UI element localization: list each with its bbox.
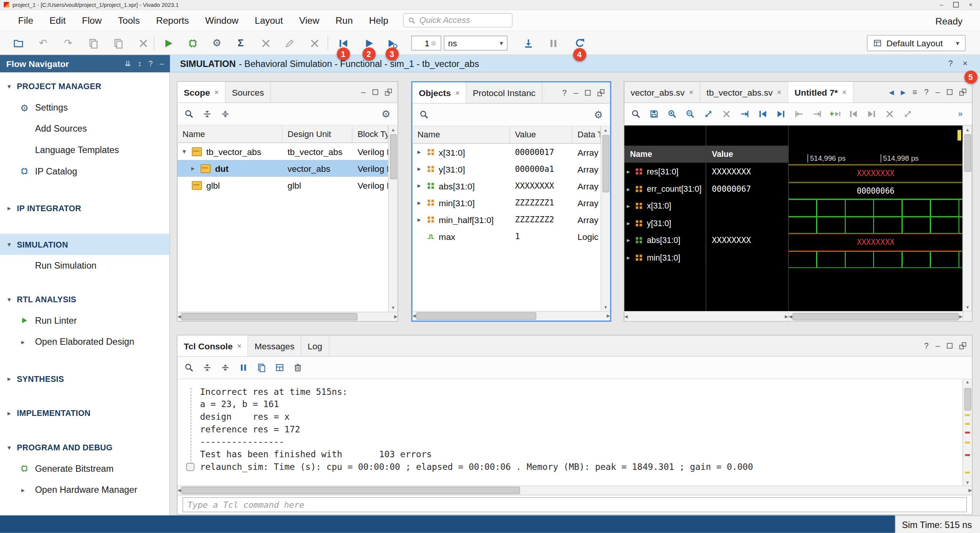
go-to-time-zero-icon[interactable]	[755, 106, 771, 122]
wave-signal-min[interactable]: ▸ min[31:0]	[624, 249, 706, 266]
time-unit-select[interactable]: ns ▾	[444, 36, 508, 51]
section-simulation[interactable]: ▾ SIMULATION	[0, 234, 169, 255]
section-project-manager[interactable]: ▾ PROJECT MANAGER	[0, 76, 169, 97]
chevron-right-icon[interactable]: ▸	[21, 337, 31, 346]
menu-window[interactable]: Window	[197, 10, 247, 31]
search-icon[interactable]	[181, 106, 198, 122]
next-marker-icon[interactable]	[863, 106, 880, 122]
chevron-right-icon[interactable]: ▸	[21, 486, 31, 494]
menu-run[interactable]: Run	[327, 10, 361, 31]
add-marker-icon[interactable]: +	[827, 106, 844, 122]
section-program-and-debug[interactable]: ▾ PROGRAM AND DEBUG	[0, 437, 169, 458]
close-icon[interactable]: ×	[455, 88, 459, 97]
section-implementation[interactable]: ▸ IMPLEMENTATION	[0, 402, 169, 424]
tab-tcl-console[interactable]: Tcl Console ×	[178, 336, 248, 356]
tab-vector-abs-sv[interactable]: vector_abs.sv ×	[624, 82, 700, 103]
scroll-right-icon[interactable]: ▶	[969, 486, 972, 494]
menu-help[interactable]: Help	[361, 10, 397, 31]
window-close-button[interactable]: ×	[969, 1, 973, 8]
wave-signal-abs[interactable]: ▸ abs[31:0]	[624, 232, 706, 249]
remove-cursor-icon[interactable]	[718, 106, 735, 122]
float-icon[interactable]	[372, 89, 378, 95]
paste-button[interactable]	[110, 35, 126, 51]
scope-row-glbl[interactable]: glbl glbl Verilog M	[178, 177, 388, 194]
scrollbar-thumb[interactable]	[181, 487, 520, 494]
save-waveform-icon[interactable]	[646, 106, 663, 122]
tab-messages[interactable]: Messages	[248, 336, 301, 356]
object-row-y[interactable]: ▸ y[31:0] 000000a1 Array	[413, 161, 601, 178]
scrollbar-thumb[interactable]	[602, 135, 609, 192]
zoom-in-icon[interactable]	[664, 106, 681, 122]
expander-icon[interactable]: ▸	[418, 148, 427, 156]
names-horizontal-scrollbar[interactable]: ◀ ▶	[624, 312, 788, 321]
copy-button[interactable]	[85, 35, 101, 51]
wave-trace-res[interactable]: XXXXXXXX	[789, 165, 962, 182]
column-block-type[interactable]: Block Typ	[353, 126, 388, 142]
menu-edit[interactable]: Edit	[41, 10, 74, 31]
minimize-icon[interactable]: –	[361, 88, 366, 97]
maximize-icon[interactable]	[598, 89, 604, 96]
sidebar-item-add-sources[interactable]: Add Sources	[0, 118, 169, 140]
scroll-left-icon[interactable]: ◀	[178, 486, 181, 494]
help-icon[interactable]: ?	[948, 59, 953, 68]
cancel-button[interactable]	[306, 35, 322, 51]
object-row-max[interactable]: max 1 Logic	[413, 228, 601, 245]
toolbar-overflow-icon[interactable]: »	[952, 106, 969, 122]
zoom-out-icon[interactable]	[682, 106, 699, 122]
previous-marker-icon[interactable]	[845, 106, 862, 122]
float-icon[interactable]	[947, 89, 952, 95]
tcl-console-output[interactable]: Incorrect res at time 515ns: a = 23, b =…	[178, 379, 972, 486]
minimize-icon[interactable]: –	[936, 341, 940, 350]
tab-scroll-right-icon[interactable]: ▶	[901, 89, 906, 96]
column-value[interactable]: Value	[510, 126, 572, 143]
close-icon[interactable]: ×	[963, 59, 967, 68]
expander-icon[interactable]: ▾	[183, 147, 192, 155]
program-device-button[interactable]	[185, 35, 201, 51]
scrollbar-thumb[interactable]	[793, 313, 959, 320]
menu-flow[interactable]: Flow	[74, 10, 110, 31]
go-to-last-time-icon[interactable]	[773, 106, 789, 122]
maximize-icon[interactable]	[959, 342, 966, 349]
quick-access-search[interactable]: Quick Access	[403, 13, 513, 28]
run-button[interactable]	[160, 35, 176, 51]
expander-icon[interactable]: ▸	[191, 164, 201, 172]
clear-icon[interactable]: ⊗	[431, 39, 436, 47]
horizontal-scrollbar[interactable]: ◀ ▶	[178, 312, 398, 321]
wave-signal-err-count[interactable]: ▸ err_count[31:0]	[624, 180, 706, 197]
next-transition-icon[interactable]	[809, 106, 826, 122]
search-icon[interactable]	[181, 360, 198, 375]
step-button[interactable]	[520, 35, 536, 51]
chevron-right-icon[interactable]: ▸	[8, 375, 17, 383]
scroll-down-icon[interactable]: ▼	[965, 303, 970, 311]
sidebar-item-open-elaborated-design[interactable]: ▸ Open Elaborated Design	[0, 331, 169, 352]
column-data-type[interactable]: Data Ty	[573, 126, 601, 143]
menu-file[interactable]: File	[10, 10, 41, 31]
scroll-left-icon[interactable]: ◀	[178, 313, 181, 321]
search-icon[interactable]	[416, 107, 433, 122]
object-row-min[interactable]: ▸ min[31:0] ZZZZZZZ1 Array	[413, 194, 601, 211]
minimize-icon[interactable]: –	[936, 88, 940, 97]
go-to-transition-icon[interactable]	[736, 106, 753, 122]
collapse-all-icon[interactable]	[199, 106, 216, 122]
column-name[interactable]: Name	[413, 126, 510, 143]
window-minimize-button[interactable]: –	[940, 1, 943, 8]
chevron-down-icon[interactable]: ▾	[8, 443, 17, 451]
column-name[interactable]: Name	[178, 126, 283, 142]
scrollbar-thumb[interactable]	[181, 313, 358, 321]
vertical-scrollbar[interactable]: ▲ ▼	[388, 126, 397, 312]
delete-marker-icon[interactable]	[881, 106, 898, 122]
object-row-min-half[interactable]: ▸ min_half[31:0] ZZZZZZZ2 Array	[413, 211, 601, 228]
menu-reports[interactable]: Reports	[148, 10, 197, 31]
menu-layout[interactable]: Layout	[247, 10, 291, 31]
close-icon[interactable]: ×	[689, 88, 693, 96]
help-icon[interactable]: ?	[562, 88, 567, 97]
sigma-report-button[interactable]: Σ	[232, 35, 248, 51]
copy-icon[interactable]	[253, 360, 270, 375]
undo-button[interactable]: ↶	[35, 35, 51, 51]
chevron-down-icon[interactable]: ▾	[8, 295, 17, 303]
expander-icon[interactable]: ▸	[627, 202, 635, 209]
scroll-up-icon[interactable]: ▲	[603, 126, 608, 134]
expander-icon[interactable]: ▸	[627, 220, 635, 227]
settings-gear-icon[interactable]: ⚙	[209, 35, 225, 51]
expander-icon[interactable]: ▸	[418, 182, 427, 190]
